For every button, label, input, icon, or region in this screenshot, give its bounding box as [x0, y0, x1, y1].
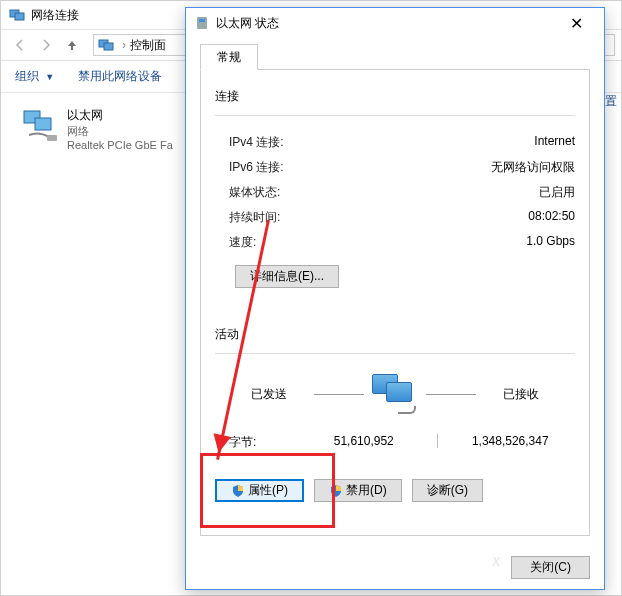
folder-icon — [98, 37, 114, 53]
tab-general[interactable]: 常规 — [200, 44, 258, 70]
line-right — [426, 394, 476, 395]
svg-rect-6 — [47, 135, 57, 141]
speed-value: 1.0 Gbps — [526, 234, 575, 251]
bytes-label: 字节: — [229, 434, 299, 451]
svg-rect-7 — [197, 17, 207, 29]
bytes-sent: 51,610,952 — [299, 434, 429, 451]
media-label: 媒体状态: — [229, 184, 280, 201]
speed-label: 速度: — [229, 234, 256, 251]
dlg-title: 以太网 状态 — [216, 15, 556, 32]
conn-name: 以太网 — [67, 107, 173, 124]
computers-icon — [372, 374, 418, 414]
conn-status: 网络 — [67, 124, 173, 139]
ipv6-label: IPv6 连接: — [229, 159, 284, 176]
ipv6-value: 无网络访问权限 — [491, 159, 575, 176]
disable-device-cmd[interactable]: 禁用此网络设备 — [78, 68, 162, 85]
tab-content: 连接 IPv4 连接: Internet IPv6 连接: 无网络访问权限 媒体… — [200, 69, 590, 536]
divider — [215, 353, 575, 354]
media-value: 已启用 — [539, 184, 575, 201]
row-duration: 持续时间: 08:02:50 — [215, 205, 575, 230]
group-connection: 连接 — [215, 88, 575, 105]
breadcrumb[interactable]: 控制面 — [130, 37, 166, 54]
conn-adapter: Realtek PCIe GbE Fa — [67, 139, 173, 151]
row-ipv6: IPv6 连接: 无网络访问权限 — [215, 155, 575, 180]
details-button[interactable]: 详细信息(E)... — [235, 265, 339, 288]
dlg-footer: 关闭(C) — [186, 546, 604, 589]
svg-rect-1 — [15, 13, 24, 20]
row-speed: 速度: 1.0 Gbps — [215, 230, 575, 255]
group-activity: 活动 — [215, 326, 575, 343]
divider — [215, 115, 575, 116]
close-button[interactable]: 关闭(C) — [511, 556, 590, 579]
nav-up[interactable] — [59, 33, 85, 57]
ipv4-label: IPv4 连接: — [229, 134, 284, 151]
line-left — [314, 394, 364, 395]
row-media: 媒体状态: 已启用 — [215, 180, 575, 205]
dlg-titlebar: 以太网 状态 ✕ — [186, 8, 604, 38]
action-buttons: 属性(P) 禁用(D) 诊断(G) — [215, 479, 575, 502]
diagnose-button[interactable]: 诊断(G) — [412, 479, 483, 502]
nav-forward[interactable] — [33, 33, 59, 57]
nav-back[interactable] — [7, 33, 33, 57]
tab-strip: 常规 — [200, 44, 590, 70]
ipv4-value: Internet — [534, 134, 575, 151]
organize-menu[interactable]: 组织 ▼ — [15, 68, 54, 85]
properties-button[interactable]: 属性(P) — [215, 479, 304, 502]
svg-rect-8 — [199, 19, 205, 22]
connection-text: 以太网 网络 Realtek PCIe GbE Fa — [67, 107, 173, 151]
disable-button[interactable]: 禁用(D) — [314, 479, 402, 502]
activity-graphic: 已发送 已接收 — [215, 368, 575, 420]
shield-icon — [231, 484, 245, 498]
separator — [437, 434, 438, 448]
close-icon[interactable]: ✕ — [556, 9, 596, 37]
svg-rect-5 — [35, 118, 51, 130]
duration-label: 持续时间: — [229, 209, 280, 226]
bytes-received: 1,348,526,347 — [446, 434, 576, 451]
bg-title: 网络连接 — [31, 7, 79, 24]
shield-icon — [329, 484, 343, 498]
recv-label: 已接收 — [476, 386, 566, 403]
bytes-row: 字节: 51,610,952 1,348,526,347 — [215, 434, 575, 451]
sent-label: 已发送 — [224, 386, 314, 403]
ethernet-status-dialog: 以太网 状态 ✕ 常规 连接 IPv4 连接: Internet IPv6 连接… — [185, 7, 605, 590]
ethernet-icon — [194, 15, 210, 31]
row-ipv4: IPv4 连接: Internet — [215, 130, 575, 155]
duration-value: 08:02:50 — [528, 209, 575, 226]
svg-rect-3 — [104, 43, 113, 50]
network-icon — [9, 7, 25, 23]
ethernet-adapter-icon — [21, 107, 61, 147]
